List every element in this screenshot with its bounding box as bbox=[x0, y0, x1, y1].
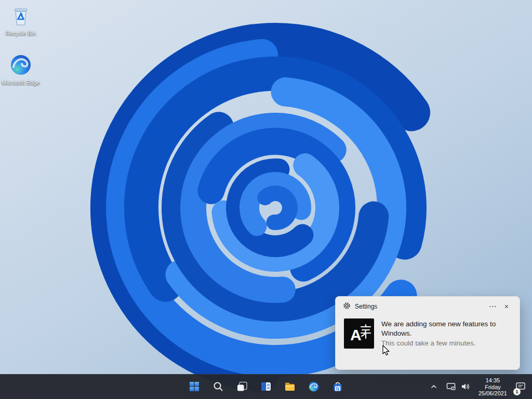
toast-app-title: Settings bbox=[355, 303, 377, 310]
windows-start-icon bbox=[188, 380, 201, 394]
search-icon bbox=[212, 380, 224, 394]
desktop-icon-recycle-bin[interactable]: Recycle Bin bbox=[1, 4, 41, 37]
desktop-icon-microsoft-edge[interactable]: Microsoft Edge bbox=[1, 54, 41, 87]
edge-icon bbox=[9, 54, 32, 76]
widgets-icon bbox=[260, 380, 272, 394]
tray-time: 14:35 bbox=[486, 377, 500, 384]
edge-icon bbox=[308, 380, 320, 394]
notification-toast: Settings ··· × A We are adding some new … bbox=[335, 296, 520, 370]
taskbar: 14:35 Friday 25/06/2021 1 bbox=[0, 374, 532, 399]
tray-day: Friday bbox=[485, 384, 501, 391]
microsoft-store-icon bbox=[331, 380, 344, 394]
edge-taskbar-button[interactable] bbox=[303, 377, 324, 397]
svg-text:A: A bbox=[350, 326, 362, 343]
start-button[interactable] bbox=[184, 377, 205, 397]
network-volume-button[interactable] bbox=[443, 377, 473, 397]
language-features-icon: A bbox=[344, 318, 374, 349]
toast-message: We are adding some new features to Windo… bbox=[381, 320, 510, 338]
search-button[interactable] bbox=[208, 377, 229, 397]
gear-icon bbox=[343, 302, 351, 312]
toast-more-button[interactable]: ··· bbox=[486, 301, 501, 312]
toast-close-button[interactable]: × bbox=[501, 301, 512, 312]
system-tray: 14:35 Friday 25/06/2021 1 bbox=[427, 375, 529, 399]
chevron-up-icon bbox=[429, 382, 438, 393]
toast-app: Settings bbox=[343, 302, 486, 312]
task-view-button[interactable] bbox=[232, 377, 252, 397]
taskbar-center-buttons bbox=[184, 375, 348, 399]
notification-center-button[interactable]: 1 bbox=[512, 377, 529, 397]
desktop-icon-label: Recycle Bin bbox=[6, 30, 36, 36]
file-explorer-icon bbox=[284, 380, 296, 394]
microsoft-store-button[interactable] bbox=[327, 377, 348, 397]
volume-icon bbox=[460, 381, 471, 393]
task-view-icon bbox=[236, 380, 248, 394]
toast-text: We are adding some new features to Windo… bbox=[381, 318, 510, 349]
toast-body: A We are adding some new features to Win… bbox=[336, 316, 520, 349]
toast-header: Settings ··· × bbox=[336, 297, 520, 316]
widgets-button[interactable] bbox=[256, 377, 276, 397]
recycle-bin-icon bbox=[9, 4, 32, 27]
clock-and-date[interactable]: 14:35 Friday 25/06/2021 bbox=[475, 376, 510, 398]
toast-submessage: This could take a few minutes. bbox=[381, 339, 510, 348]
network-icon bbox=[446, 381, 456, 393]
notification-count-badge: 1 bbox=[513, 388, 521, 395]
desktop-icon-label: Microsoft Edge bbox=[2, 79, 39, 86]
file-explorer-button[interactable] bbox=[280, 377, 300, 397]
tray-date: 25/06/2021 bbox=[478, 390, 507, 397]
tray-overflow-button[interactable] bbox=[427, 377, 441, 397]
